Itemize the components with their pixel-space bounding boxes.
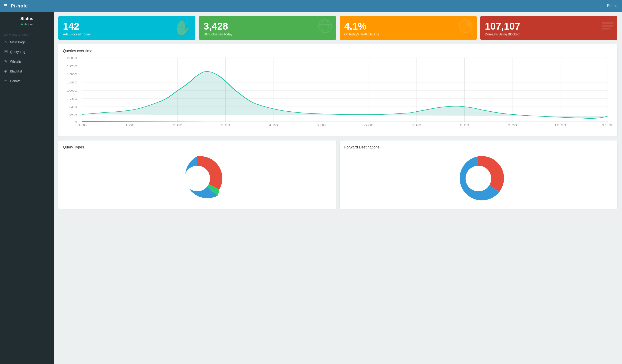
svg-text:7:00: 7:00 (412, 124, 421, 127)
stat-card-domains-blocked: 107,107 Domains Being Blocked (480, 16, 617, 40)
dns-queries-label: DNS Queries Today (204, 32, 331, 36)
status-section: Status Active (0, 12, 54, 31)
svg-text:0: 0 (75, 121, 77, 123)
svg-point-5 (322, 20, 328, 33)
svg-text:10:00: 10:00 (554, 124, 566, 127)
hamburger-menu[interactable]: ☰ (3, 3, 7, 8)
brand-prefix: Pi- (11, 3, 18, 8)
svg-text:0:00: 0:00 (78, 124, 87, 127)
svg-text:4:00: 4:00 (269, 124, 278, 127)
status-active-text: Active (24, 23, 32, 26)
donate-icon: ₱ (3, 79, 8, 83)
sidebar-label-donate: Donate (10, 79, 20, 83)
status-title: Status (3, 16, 50, 21)
domains-blocked-number: 107,107 (485, 21, 613, 31)
svg-text:8:00: 8:00 (460, 124, 469, 127)
stat-card-dns-queries: 3,428 DNS Queries Today (199, 16, 336, 40)
status-dot (21, 23, 23, 25)
bottom-charts-row: Query Types (58, 140, 617, 209)
query-types-chart (63, 153, 331, 204)
svg-text:250: 250 (69, 114, 77, 116)
stat-card-traffic-ads: 4.1% Of Today's Traffic Is Ads (340, 16, 477, 40)
queries-over-time-section: Queries over time 2000 1750 1500 1250 10… (58, 44, 617, 136)
status-badge: Active (3, 23, 50, 26)
svg-text:9:00: 9:00 (507, 124, 517, 127)
dns-queries-number: 3,428 (204, 21, 331, 31)
sidebar-item-donate[interactable]: ₱ Donate (0, 76, 54, 86)
nav-section-label: MAIN NAVIGATION (0, 31, 54, 37)
svg-text:6:00: 6:00 (364, 124, 373, 127)
traffic-ads-number: 4.1% (344, 21, 472, 31)
query-log-icon (3, 50, 8, 54)
svg-text:750: 750 (69, 98, 77, 100)
sidebar-item-blacklist[interactable]: ⊘ Blacklist (0, 66, 54, 76)
sidebar-label-main-page: Main Page (10, 40, 26, 44)
whitelist-icon: ✎ (3, 59, 8, 64)
svg-point-4 (318, 20, 331, 33)
svg-text:1500: 1500 (67, 73, 78, 76)
sidebar-item-query-log[interactable]: Query Log (0, 47, 54, 57)
stat-card-ads-blocked: ✋ 142 Ads Blocked Today (58, 16, 195, 40)
sidebar-item-whitelist[interactable]: ✎ Whitelist (0, 57, 54, 66)
svg-text:500: 500 (69, 106, 77, 108)
svg-text:1750: 1750 (67, 65, 78, 68)
forward-destinations-chart (344, 153, 613, 204)
sidebar-label-whitelist: Whitelist (10, 60, 22, 63)
svg-rect-11 (602, 28, 610, 30)
main-content: ✋ 142 Ads Blocked Today 3,428 DNS Querie… (54, 12, 622, 364)
svg-text:11:00: 11:00 (602, 124, 613, 127)
sidebar-label-query-log: Query Log (10, 50, 25, 54)
svg-rect-9 (602, 22, 613, 24)
svg-text:2:00: 2:00 (173, 124, 182, 127)
sidebar-nav: ⌂ Main Page Query Log (0, 37, 54, 86)
stats-row: ✋ 142 Ads Blocked Today 3,428 DNS Querie… (58, 16, 617, 40)
svg-text:1:00: 1:00 (125, 124, 135, 127)
app-header: ☰ Pi-hole Pi-hole (0, 0, 622, 12)
home-icon: ⌂ (3, 40, 8, 44)
blacklist-icon: ⊘ (3, 69, 8, 73)
brand-suffix: hole (18, 3, 28, 8)
sidebar: Status Active MAIN NAVIGATION ⌂ Main Pag… (0, 12, 54, 364)
svg-text:2000: 2000 (67, 57, 78, 59)
brand-logo: Pi-hole (11, 3, 28, 9)
svg-text:1000: 1000 (67, 90, 78, 92)
svg-text:5:00: 5:00 (316, 124, 326, 127)
svg-text:1250: 1250 (67, 81, 78, 84)
traffic-ads-label: Of Today's Traffic Is Ads (344, 32, 472, 36)
sidebar-item-main-page[interactable]: ⌂ Main Page (0, 37, 54, 47)
svg-rect-10 (602, 25, 613, 27)
sidebar-label-blacklist: Blacklist (10, 69, 22, 73)
forward-destinations-title: Forward Destinations (344, 145, 613, 149)
domains-blocked-label: Domains Being Blocked (485, 32, 613, 36)
svg-point-55 (184, 166, 210, 191)
queries-chart: 2000 1750 1500 1250 1000 750 500 250 0 (63, 57, 613, 131)
query-types-title: Query Types (63, 145, 331, 149)
svg-text:3:00: 3:00 (221, 124, 230, 127)
header-right-text: Pi-hole (607, 4, 619, 8)
svg-point-56 (466, 166, 491, 191)
queries-chart-title: Queries over time (63, 49, 613, 53)
ads-blocked-label: Ads Blocked Today (63, 32, 191, 36)
query-types-panel: Query Types (58, 140, 336, 209)
ads-blocked-number: 142 (63, 21, 191, 31)
forward-destinations-panel: Forward Destinations (340, 140, 618, 209)
